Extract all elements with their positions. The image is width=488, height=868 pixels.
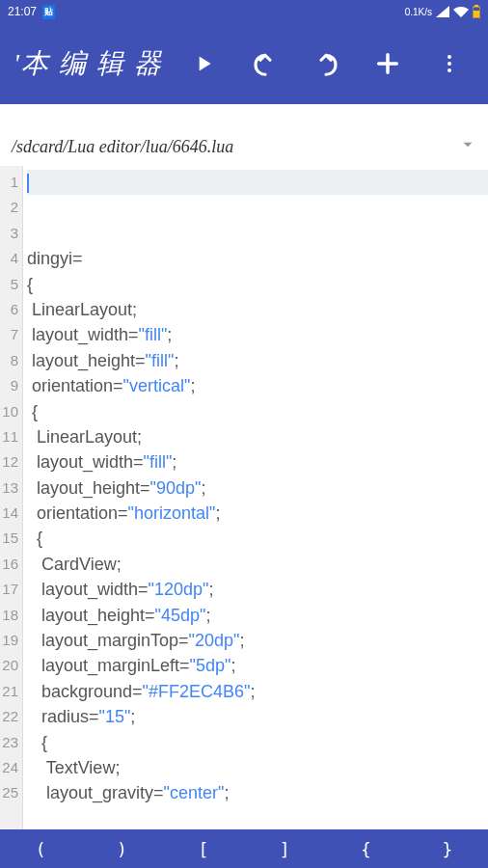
code-line[interactable]: { <box>27 399 488 424</box>
line-number: 8 <box>0 348 22 373</box>
status-net-speed: 0.1K/s <box>405 7 432 17</box>
code-area[interactable]: dingyi={ LinearLayout; layout_width="fil… <box>23 166 488 829</box>
battery-icon <box>473 5 480 18</box>
line-number: 3 <box>0 221 22 246</box>
line-number: 25 <box>0 780 22 805</box>
line-number: 5 <box>0 272 22 297</box>
line-number: 22 <box>0 704 22 729</box>
code-line[interactable]: layout_marginTop="20dp"; <box>27 628 488 653</box>
line-number: 20 <box>0 653 22 678</box>
line-number: 23 <box>0 730 22 755</box>
code-line[interactable]: layout_height="fill"; <box>27 348 488 373</box>
file-path-bar[interactable]: /sdcard/Lua editor/lua/6646.lua <box>0 127 488 166</box>
svg-rect-2 <box>474 11 479 17</box>
code-line[interactable]: layout_height="45dp"; <box>27 603 488 628</box>
line-number: 12 <box>0 449 22 475</box>
line-number: 2 <box>0 195 22 220</box>
signal-icon <box>436 6 449 17</box>
code-line[interactable]: dingyi= <box>27 246 488 271</box>
code-line[interactable]: layout_marginLeft="5dp"; <box>27 653 488 678</box>
line-number: 1 <box>0 170 22 195</box>
code-line[interactable] <box>27 221 488 246</box>
line-number: 14 <box>0 501 22 526</box>
status-time: 21:07 <box>8 5 37 18</box>
chevron-down-icon[interactable] <box>459 136 476 158</box>
line-number: 15 <box>0 526 22 551</box>
wifi-icon <box>453 6 469 17</box>
code-line[interactable]: { <box>27 526 488 551</box>
code-line[interactable]: layout_width="120dp"; <box>27 577 488 602</box>
code-line[interactable]: CardView; <box>27 552 488 577</box>
file-path-text: /sdcard/Lua editor/lua/6646.lua <box>12 137 459 157</box>
text-cursor <box>27 174 29 193</box>
code-line[interactable]: radius="15"; <box>27 704 488 729</box>
line-number: 16 <box>0 552 22 577</box>
symbol-key[interactable]: ) <box>81 839 162 859</box>
app-title: '本 编 辑 器 <box>8 45 173 82</box>
line-number: 18 <box>0 603 22 628</box>
line-number: 10 <box>0 399 22 424</box>
code-line[interactable]: { <box>27 272 488 297</box>
line-number-gutter: 1234567891011121314151617181920212223242… <box>0 166 23 829</box>
symbol-key[interactable]: [ <box>163 839 244 859</box>
symbol-key[interactable]: ] <box>244 839 325 859</box>
run-button[interactable] <box>182 42 225 85</box>
symbol-key[interactable]: ( <box>0 839 81 859</box>
code-line[interactable]: TextView; <box>27 755 488 780</box>
app-bar: '本 编 辑 器 <box>0 23 488 104</box>
code-line[interactable] <box>27 195 488 220</box>
line-number: 6 <box>0 297 22 322</box>
code-line[interactable]: background="#FF2EC4B6"; <box>27 679 488 704</box>
svg-point-3 <box>447 55 451 59</box>
redo-button[interactable] <box>305 42 347 85</box>
line-number: 24 <box>0 755 22 780</box>
add-button[interactable] <box>366 42 409 85</box>
code-line[interactable]: layout_gravity="center"; <box>27 780 488 805</box>
status-bar: 21:07 贴 0.1K/s <box>0 0 488 23</box>
code-line[interactable]: layout_width="fill"; <box>27 322 488 347</box>
line-number: 21 <box>0 679 22 704</box>
code-editor[interactable]: 1234567891011121314151617181920212223242… <box>0 166 488 829</box>
line-number: 13 <box>0 475 22 501</box>
more-button[interactable] <box>428 42 471 85</box>
code-line[interactable]: layout_height="90dp"; <box>27 475 488 501</box>
line-number: 19 <box>0 628 22 653</box>
spacer <box>0 104 488 127</box>
symbol-key[interactable]: } <box>407 839 488 859</box>
line-number: 9 <box>0 373 22 398</box>
line-number: 7 <box>0 322 22 347</box>
undo-button[interactable] <box>244 42 286 85</box>
code-line[interactable]: LinearLayout; <box>27 297 488 322</box>
line-number: 17 <box>0 577 22 602</box>
svg-point-5 <box>447 68 451 72</box>
symbol-key[interactable]: { <box>325 839 406 859</box>
code-line[interactable]: orientation="horizontal"; <box>27 501 488 526</box>
code-line[interactable]: LinearLayout; <box>27 424 488 449</box>
code-line[interactable]: layout_width="fill"; <box>27 449 488 475</box>
status-app-icon: 贴 <box>42 5 55 19</box>
code-line[interactable] <box>27 170 488 195</box>
line-number: 11 <box>0 424 22 449</box>
code-line[interactable]: { <box>27 730 488 755</box>
svg-point-4 <box>447 62 451 66</box>
code-line[interactable]: orientation="vertical"; <box>27 373 488 398</box>
symbol-bar: ()[]{} <box>0 829 488 868</box>
line-number: 4 <box>0 246 22 271</box>
